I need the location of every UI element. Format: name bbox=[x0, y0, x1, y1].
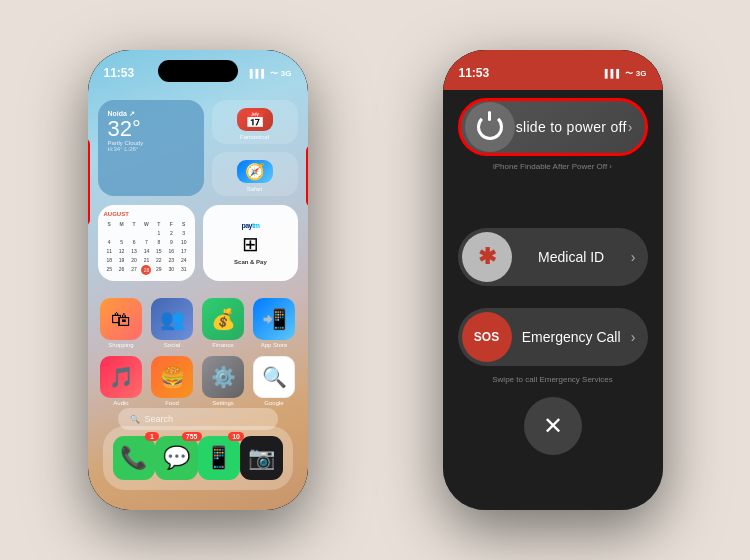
medical-id-icon: ✱ bbox=[462, 232, 512, 282]
fantastical-icon: 📅 bbox=[237, 108, 273, 131]
dock-messages[interactable]: 💬 755 bbox=[155, 436, 198, 480]
chevron-right-icon: › bbox=[628, 119, 633, 135]
scene: 11:53 ▌▌▌ 〜 3G Noida ↗ 32° Partly Cloudy… bbox=[0, 0, 750, 560]
status-icons-right: ▌▌▌ 〜 3G bbox=[605, 68, 647, 79]
google-icon: 🔍 bbox=[253, 356, 295, 398]
search-icon: 🔍 bbox=[130, 415, 140, 424]
widget-row: Noida ↗ 32° Partly Cloudy H:34° L:26° 📅 … bbox=[98, 100, 298, 196]
signal-icon-right: ▌▌▌ bbox=[605, 69, 622, 78]
second-widget-row: AUGUST S M T W T F S 1 2 bbox=[98, 205, 298, 281]
status-bar-left: 11:53 ▌▌▌ 〜 3G bbox=[88, 50, 308, 90]
calendar-month: AUGUST bbox=[104, 211, 190, 217]
cancel-button[interactable]: ✕ bbox=[524, 397, 582, 455]
qr-icon: ⊞ bbox=[242, 232, 259, 256]
sos-slider[interactable]: SOS Emergency Call › bbox=[458, 308, 648, 366]
social-icon: 👥 bbox=[151, 298, 193, 340]
dock-whatsapp[interactable]: 📱 10 bbox=[198, 436, 241, 480]
app-appstore[interactable]: 📲 App Store bbox=[251, 298, 298, 348]
status-icons-left: ▌▌▌ 〜 3G bbox=[250, 68, 292, 79]
swipe-hint: Swipe to call Emergency Services bbox=[443, 375, 663, 384]
right-phone: 11:53 ▌▌▌ 〜 3G slide to power off › iPho… bbox=[443, 50, 663, 510]
sos-icon: SOS bbox=[462, 312, 512, 362]
network-icon-right: 3G bbox=[636, 69, 647, 78]
app-social[interactable]: 👥 Social bbox=[149, 298, 196, 348]
sos-chevron-icon: › bbox=[631, 329, 636, 345]
app-google[interactable]: 🔍 Google bbox=[251, 356, 298, 406]
fantastical-label: Fantastical bbox=[240, 134, 269, 140]
app-shopping[interactable]: 🛍 Shopping bbox=[98, 298, 145, 348]
power-screen: 11:53 ▌▌▌ 〜 3G slide to power off › iPho… bbox=[443, 50, 663, 510]
search-placeholder: Search bbox=[145, 414, 174, 424]
weather-temp: 32° bbox=[108, 118, 194, 140]
emergency-call-label: Emergency Call bbox=[512, 329, 631, 345]
dock-camera[interactable]: 📷 bbox=[240, 436, 283, 480]
apps-grid: 🛍 Shopping 👥 Social 💰 Finance 📲 App Stor… bbox=[98, 298, 298, 406]
network-icon: 3G bbox=[281, 69, 292, 78]
time-left: 11:53 bbox=[104, 66, 135, 80]
paytm-label: Scan & Pay bbox=[234, 259, 267, 265]
safari-icon: 🧭 bbox=[237, 160, 273, 183]
dock-phone[interactable]: 📞 1 bbox=[113, 436, 156, 480]
power-symbol-icon bbox=[477, 114, 503, 140]
weather-widget[interactable]: Noida ↗ 32° Partly Cloudy H:34° L:26° bbox=[98, 100, 204, 196]
finance-icon: 💰 bbox=[202, 298, 244, 340]
status-bar-right: 11:53 ▌▌▌ 〜 3G bbox=[443, 50, 663, 90]
left-phone: 11:53 ▌▌▌ 〜 3G Noida ↗ 32° Partly Cloudy… bbox=[88, 50, 308, 510]
app-audio[interactable]: 🎵 Audio bbox=[98, 356, 145, 406]
shopping-icon: 🛍 bbox=[100, 298, 142, 340]
time-right: 11:53 bbox=[459, 66, 490, 80]
calendar-grid: S M T W T F S 1 2 3 4 bbox=[104, 220, 190, 275]
paytm-logo: paytm bbox=[241, 222, 259, 229]
appstore-icon: 📲 bbox=[253, 298, 295, 340]
calendar-widget[interactable]: AUGUST S M T W T F S 1 2 bbox=[98, 205, 196, 281]
safari-widget[interactable]: 🧭 Safari bbox=[212, 152, 298, 196]
paytm-widget[interactable]: paytm ⊞ Scan & Pay bbox=[203, 205, 297, 281]
medical-id-label: Medical ID bbox=[512, 249, 631, 265]
app-food[interactable]: 🍔 Food bbox=[149, 356, 196, 406]
app-finance[interactable]: 💰 Finance bbox=[200, 298, 247, 348]
power-off-slider[interactable]: slide to power off › bbox=[458, 98, 648, 156]
medical-id-slider[interactable]: ✱ Medical ID › bbox=[458, 228, 648, 286]
findable-text: iPhone Findable After Power Off › bbox=[443, 162, 663, 171]
messages-badge: 755 bbox=[182, 432, 202, 441]
home-screen: 11:53 ▌▌▌ 〜 3G Noida ↗ 32° Partly Cloudy… bbox=[88, 50, 308, 510]
signal-icon: ▌▌▌ bbox=[250, 69, 267, 78]
wifi-icon: 〜 bbox=[270, 68, 278, 79]
food-icon: 🍔 bbox=[151, 356, 193, 398]
weather-range: H:34° L:26° bbox=[108, 146, 194, 152]
top-widget-col: 📅 Fantastical 🧭 Safari bbox=[212, 100, 298, 196]
settings-icon: ⚙️ bbox=[202, 356, 244, 398]
wifi-icon-right: 〜 bbox=[625, 68, 633, 79]
fantastical-widget[interactable]: 📅 Fantastical bbox=[212, 100, 298, 144]
safari-label: Safari bbox=[247, 186, 263, 192]
dock: 📞 1 💬 755 📱 10 📷 bbox=[103, 426, 293, 490]
slider-thumb bbox=[465, 102, 515, 152]
app-settings[interactable]: ⚙️ Settings bbox=[200, 356, 247, 406]
audio-icon: 🎵 bbox=[100, 356, 142, 398]
power-off-label: slide to power off bbox=[515, 119, 628, 135]
medical-chevron-icon: › bbox=[631, 249, 636, 265]
